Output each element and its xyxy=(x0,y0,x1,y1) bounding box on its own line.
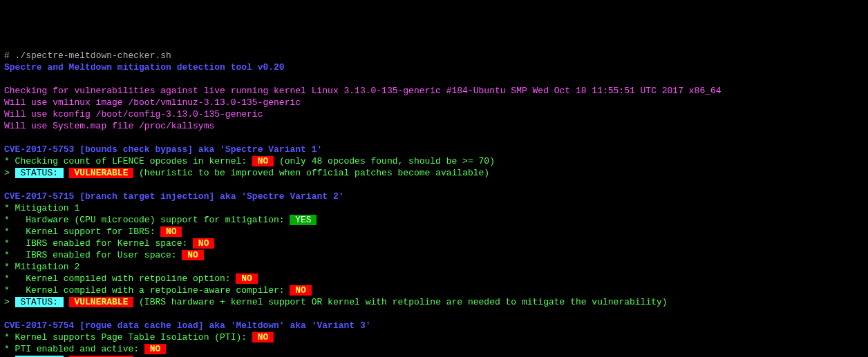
shell-prompt: # xyxy=(4,50,15,61)
status-arrow: > xyxy=(4,297,15,307)
ibrs-support-label: * Kernel support for IBRS: xyxy=(4,226,160,237)
status-label: STATUS: xyxy=(15,297,64,307)
no-badge: NO xyxy=(160,226,182,237)
cve1-status-note: (heuristic to be improved when official … xyxy=(133,168,489,178)
no-badge: NO xyxy=(144,344,166,354)
retpoline-option-label: * Kernel compiled with retpoline option: xyxy=(4,273,236,284)
cve2-status-note: (IBRS hardware + kernel support OR kerne… xyxy=(133,297,667,307)
no-badge: NO xyxy=(290,285,311,296)
pti-support-label: * Kernel supports Page Table Isolation (… xyxy=(4,332,252,342)
use-vmlinux: Will use vmlinux image /boot/vmlinuz-3.1… xyxy=(4,97,301,108)
cve2-header: CVE-2017-5715 [branch target injection] … xyxy=(4,191,343,202)
kernel-info: Linux 3.13.0-135-generic #184-Ubuntu SMP… xyxy=(312,86,721,96)
ibrs-user-label: * IBRS enabled for User space: xyxy=(4,250,182,260)
tool-title: Spectre and Meltdown mitigation detectio… xyxy=(4,62,285,73)
cve1-header: CVE-2017-5753 [bounds check bypass] aka … xyxy=(4,144,322,155)
vulnerable-badge: VULNERABLE xyxy=(69,168,134,178)
ibrs-kernel-label: * IBRS enabled for Kernel space: xyxy=(4,238,193,249)
cve3-header: CVE-2017-5754 [rogue data cache load] ak… xyxy=(4,320,371,331)
command: ./spectre-meltdown-checker.sh xyxy=(15,50,171,61)
no-badge: NO xyxy=(182,250,203,260)
mitigation-1: * Mitigation 1 xyxy=(4,203,79,213)
vulnerable-badge: VULNERABLE xyxy=(69,297,134,307)
yes-badge: YES xyxy=(290,215,317,225)
retpoline-compiler-label: * Kernel compiled with a retpoline-aware… xyxy=(4,285,290,296)
status-arrow: > xyxy=(4,168,15,178)
use-sysmap: Will use System.map file /proc/kallsyms xyxy=(4,121,214,131)
check-intro: Checking for vulnerabilities against liv… xyxy=(4,86,312,96)
status-label: STATUS: xyxy=(15,168,64,178)
no-badge: NO xyxy=(193,238,214,249)
hw-support-label: * Hardware (CPU microcode) support for m… xyxy=(4,215,290,225)
no-badge: NO xyxy=(252,156,274,166)
cve1-check-label: * Checking count of LFENCE opcodes in ke… xyxy=(4,156,252,166)
terminal-output: # ./spectre-meltdown-checker.sh Spectre … xyxy=(4,50,864,357)
no-badge: NO xyxy=(252,332,274,342)
use-kconfig: Will use kconfig /boot/config-3.13.0-135… xyxy=(4,109,263,119)
cve1-check-note: (only 48 opcodes found, should be >= 70) xyxy=(274,156,495,166)
pti-enabled-label: * PTI enabled and active: xyxy=(4,344,144,354)
mitigation-2: * Mitigation 2 xyxy=(4,262,79,272)
no-badge: NO xyxy=(236,273,257,284)
